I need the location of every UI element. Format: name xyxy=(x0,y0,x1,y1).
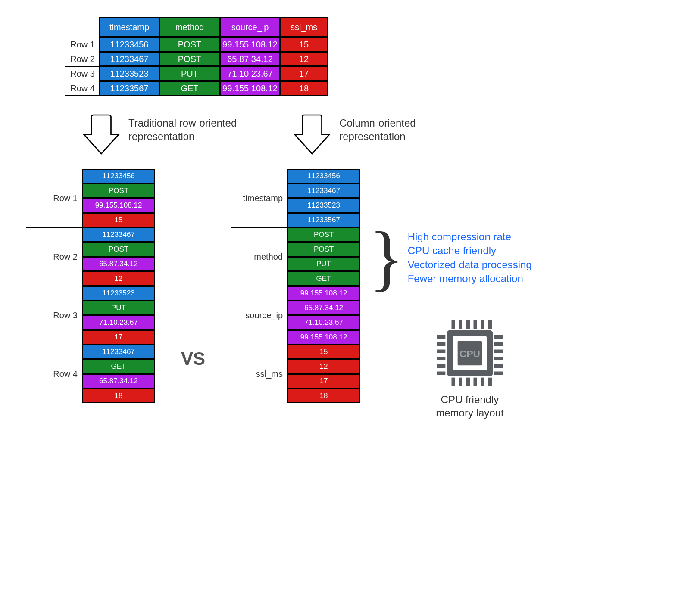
cell: 12 xyxy=(280,52,328,66)
row-labels: Row 1 Row 2 Row 3 Row 4 xyxy=(65,17,99,96)
svg-rect-8 xyxy=(459,378,462,386)
header-timestamp: timestamp xyxy=(99,17,159,37)
cell: 99.155.108.12 xyxy=(82,198,155,213)
cell: 11233567 xyxy=(99,81,159,96)
row-label: Row 1 xyxy=(65,37,99,52)
cell: GET xyxy=(159,81,220,96)
group-label: Row 1 xyxy=(26,169,82,227)
cell: 99.155.108.12 xyxy=(287,286,360,301)
cell: PUT xyxy=(287,257,360,271)
svg-rect-4 xyxy=(473,320,477,329)
cell: 15 xyxy=(82,213,155,227)
cell: PUT xyxy=(82,301,155,315)
cell: 11233456 xyxy=(82,169,155,183)
cpu-chip-icon: CPU xyxy=(433,317,506,390)
cell: 71.10.23.67 xyxy=(220,66,280,81)
svg-rect-16 xyxy=(437,357,445,361)
column-oriented-layout: timestampmethodsource_ipssl_ms 112334561… xyxy=(231,169,360,403)
cell: 65.87.34.12 xyxy=(82,374,155,388)
cell: 11233467 xyxy=(82,227,155,242)
svg-rect-9 xyxy=(466,378,470,386)
svg-rect-22 xyxy=(494,357,503,361)
svg-rect-15 xyxy=(437,350,445,354)
cell: 18 xyxy=(82,388,155,403)
down-arrow-icon xyxy=(82,113,121,156)
svg-rect-19 xyxy=(494,335,503,339)
cell: POST xyxy=(159,52,220,66)
group-label: Row 4 xyxy=(26,345,82,403)
cell: GET xyxy=(287,271,360,286)
cell: 11233467 xyxy=(287,183,360,198)
benefit: High compression rate xyxy=(408,230,532,244)
cell: 17 xyxy=(287,374,360,388)
cell: 71.10.23.67 xyxy=(82,315,155,330)
cell: 18 xyxy=(287,388,360,403)
cell: 99.155.108.12 xyxy=(220,37,280,52)
row-label: Row 4 xyxy=(65,81,99,96)
svg-rect-23 xyxy=(494,364,503,368)
group-label: ssl_ms xyxy=(231,345,287,403)
svg-rect-11 xyxy=(481,378,484,386)
vs-label: VS xyxy=(181,219,205,369)
col-ssl-ms: ssl_ms 15 12 17 18 xyxy=(280,17,328,96)
cell: POST xyxy=(82,183,155,198)
cell: 11233523 xyxy=(99,66,159,81)
group-label: Row 3 xyxy=(26,286,82,345)
svg-rect-20 xyxy=(494,342,503,346)
arrow-label: Column-oriented representation xyxy=(339,113,416,143)
cell: 65.87.34.12 xyxy=(220,52,280,66)
cell: 15 xyxy=(280,37,328,52)
cell: 11233456 xyxy=(99,37,159,52)
svg-rect-21 xyxy=(494,350,503,354)
arrow-row-oriented: Traditional row-oriented representation xyxy=(82,113,237,156)
cell: 11233523 xyxy=(82,286,155,301)
cell: 17 xyxy=(280,66,328,81)
header-source-ip: source_ip xyxy=(220,17,280,37)
cell: 99.155.108.12 xyxy=(287,330,360,345)
svg-rect-18 xyxy=(437,372,445,376)
group-label: method xyxy=(231,227,287,286)
cell: GET xyxy=(82,359,155,374)
arrow-label: Traditional row-oriented representation xyxy=(128,113,237,143)
svg-rect-14 xyxy=(437,342,445,346)
benefit: Vectorized data processing xyxy=(408,258,532,272)
header-method: method xyxy=(159,17,220,37)
benefit: Fewer memory allocation xyxy=(408,272,532,286)
svg-rect-17 xyxy=(437,364,445,368)
svg-rect-2 xyxy=(459,320,462,329)
col-timestamp: timestamp 11233456 11233467 11233523 112… xyxy=(99,17,159,96)
cell: 18 xyxy=(280,81,328,96)
svg-rect-6 xyxy=(488,320,492,329)
cell: POST xyxy=(82,242,155,257)
group-label: source_ip xyxy=(231,286,287,345)
cell: 71.10.23.67 xyxy=(287,315,360,330)
cell: 99.155.108.12 xyxy=(220,81,280,96)
cell: POST xyxy=(287,242,360,257)
annotations: } High compression rate CPU cache friend… xyxy=(369,169,532,420)
svg-text:CPU: CPU xyxy=(459,348,480,359)
cell: 65.87.34.12 xyxy=(287,301,360,315)
row-label: Row 3 xyxy=(65,66,99,81)
row-oriented-layout: Row 1Row 2Row 3Row 4 11233456POST99.155.… xyxy=(26,169,155,403)
col-method: method POST POST PUT GET xyxy=(159,17,220,96)
svg-rect-24 xyxy=(494,372,503,376)
curly-brace-icon: } xyxy=(369,225,404,291)
cell: 12 xyxy=(82,271,155,286)
cell: 11233456 xyxy=(287,169,360,183)
svg-rect-1 xyxy=(451,320,455,329)
cpu-caption: CPU friendly memory layout xyxy=(408,393,532,419)
cell: POST xyxy=(159,37,220,52)
svg-rect-3 xyxy=(466,320,470,329)
svg-rect-7 xyxy=(451,378,455,386)
cell: 11233467 xyxy=(99,52,159,66)
cell: 65.87.34.12 xyxy=(82,257,155,271)
arrow-col-oriented: Column-oriented representation xyxy=(293,113,416,156)
cell: PUT xyxy=(159,66,220,81)
cell: 15 xyxy=(287,345,360,359)
header-ssl-ms: ssl_ms xyxy=(280,17,328,37)
group-label: Row 2 xyxy=(26,227,82,286)
cell: POST xyxy=(287,227,360,242)
group-label: timestamp xyxy=(231,169,287,227)
down-arrow-icon xyxy=(293,113,331,156)
benefits-list: High compression rate CPU cache friendly… xyxy=(408,230,532,286)
